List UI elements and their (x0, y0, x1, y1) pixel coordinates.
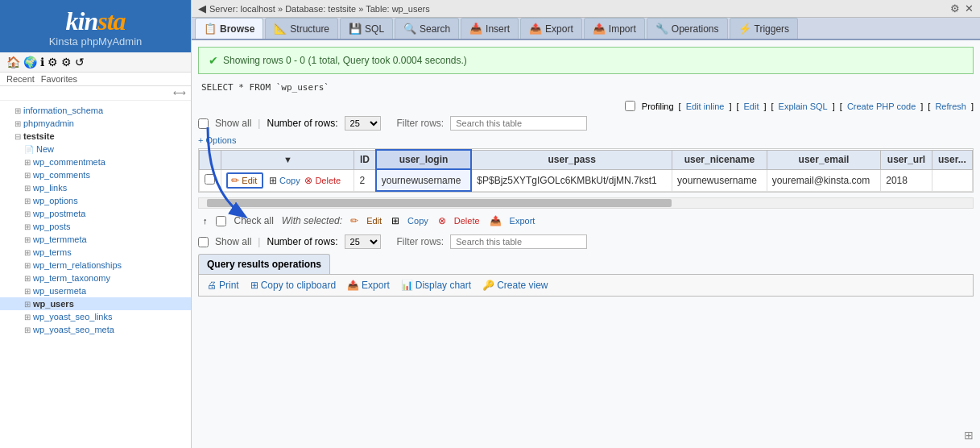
sidebar-item-information_schema[interactable]: ⊞ information_schema (0, 104, 191, 117)
rows-select-top[interactable]: 25 50 100 (345, 116, 381, 131)
recent-link[interactable]: Recent (6, 74, 35, 84)
edit-icon: ✏ (231, 175, 239, 186)
edit-link-row[interactable]: Edit (242, 176, 257, 185)
ops-print[interactable]: 🖨 Print (207, 280, 239, 291)
col-user_nicename-header[interactable]: user_nicename (672, 150, 767, 169)
logo-kinsta: kinsta (10, 8, 181, 34)
sidebar-item-wp_term_taxonomy[interactable]: ⊞ wp_term_taxonomy (0, 272, 191, 284)
sidebar-item-wp_options[interactable]: ⊞ wp_options (0, 194, 191, 207)
sidebar-item-wp_usermeta[interactable]: ⊞ wp_usermeta (0, 284, 191, 297)
sidebar-item-wp_users[interactable]: ⊞ wp_users (0, 297, 191, 310)
tab-structure[interactable]: 📐 Structure (265, 18, 338, 39)
edit-link[interactable]: Edit (744, 102, 759, 111)
gear-icon[interactable]: ⚙ (950, 2, 960, 15)
col-user_email-header[interactable]: user_email (767, 150, 881, 169)
sidebar-item-wp_terms[interactable]: ⊞ wp_terms (0, 246, 191, 259)
plus-options-link[interactable]: + Options (198, 135, 236, 145)
sidebar-item-label: New (36, 144, 54, 154)
sidebar-item-testsite[interactable]: ⊟ testsite (0, 130, 191, 143)
tab-insert[interactable]: 📥 Insert (461, 18, 519, 39)
with-selected-delete[interactable]: Delete (454, 216, 480, 226)
sidebar-item-wp_termmeta[interactable]: ⊞ wp_termmeta (0, 233, 191, 246)
db-icon: ⊞ (14, 119, 21, 128)
sidebar-item-phpmyadmin[interactable]: ⊞ phpmyadmin (0, 117, 191, 130)
ops-copy-clipboard[interactable]: ⊞ Copy to clipboard (250, 280, 336, 291)
sql-display: SELECT * FROM `wp_users` (198, 81, 974, 94)
col-user_login-header[interactable]: user_login (376, 150, 472, 169)
refresh-icon[interactable]: ↺ (75, 56, 85, 68)
with-selected-export[interactable]: Export (510, 216, 535, 226)
col-user_extra-header[interactable]: user... (932, 150, 972, 169)
tab-export[interactable]: 📤 Export (520, 18, 582, 39)
edit-action-group: ✏ Edit (226, 172, 263, 189)
ops-create-view[interactable]: 🔑 Create view (482, 280, 548, 291)
globe-icon[interactable]: 🌍 (23, 56, 37, 68)
show-all-bottom-label: Show all (215, 236, 251, 247)
show-all-bottom-checkbox[interactable] (198, 237, 209, 247)
horizontal-scrollbar[interactable] (198, 197, 974, 209)
sidebar-item-wp_yoast_seo_meta[interactable]: ⊞ wp_yoast_seo_meta (0, 323, 191, 336)
tab-sql[interactable]: 💾 SQL (340, 18, 393, 39)
col-user_pass-header[interactable]: user_pass (471, 150, 672, 169)
ops-export-label: Export (362, 280, 390, 291)
sidebar-item-wp_postmeta[interactable]: ⊞ wp_postmeta (0, 207, 191, 220)
sep4: ] (763, 102, 766, 111)
tab-import[interactable]: 📤 Import (584, 18, 645, 39)
insert-icon: 📥 (469, 23, 482, 35)
tab-operations[interactable]: 🔧 Operations (647, 18, 728, 39)
sidebar-item-new[interactable]: 📄 New (0, 143, 191, 156)
filter-label-top: Filter rows: (397, 118, 445, 129)
profiling-checkbox[interactable] (625, 101, 635, 111)
sidebar-item-wp_term_relationships[interactable]: ⊞ wp_term_relationships (0, 259, 191, 272)
nav-prev-icon[interactable]: ◀ (198, 2, 206, 15)
info-icon[interactable]: ℹ (40, 56, 44, 68)
with-selected-copy[interactable]: Copy (407, 216, 428, 226)
check-all-checkbox[interactable] (216, 216, 226, 226)
row-user_email: youremail@kinsta.com (767, 169, 881, 191)
bottom-right-icon[interactable]: ⊞ (964, 429, 974, 442)
col-id-header[interactable]: ID (354, 150, 376, 169)
tab-search-label: Search (420, 23, 450, 35)
topbar-left: ◀ Server: localhost » Database: testsite… (198, 2, 430, 15)
sql-icon: 💾 (349, 23, 362, 35)
sidebar-item-wp_yoast_seo_links[interactable]: ⊞ wp_yoast_seo_links (0, 310, 191, 323)
edit-inline-link[interactable]: Edit inline (686, 102, 725, 111)
breadcrumb: Server: localhost » Database: testsite »… (209, 4, 430, 14)
delete-link-row[interactable]: Delete (315, 176, 341, 185)
sidebar-item-wp_posts[interactable]: ⊞ wp_posts (0, 220, 191, 233)
create-php-link[interactable]: Create PHP code (847, 102, 916, 111)
import-icon: 📤 (593, 23, 606, 35)
settings-icon[interactable]: ⚙ (48, 56, 58, 68)
rows-select-bottom[interactable]: 25 50 100 (345, 234, 381, 249)
tab-browse[interactable]: 📋 Browse (195, 18, 263, 39)
search-input-top[interactable] (450, 116, 587, 131)
copy-link-row[interactable]: Copy (279, 176, 300, 185)
tab-triggers[interactable]: ⚡ Triggers (730, 18, 799, 39)
explain-sql-link[interactable]: Explain SQL (779, 102, 828, 111)
col-sort-header[interactable]: ▼ (221, 150, 354, 169)
col-user_url-header[interactable]: user_url (881, 150, 932, 169)
sidebar-tree: ⊞ information_schema ⊞ phpmyadmin ⊟ test… (0, 101, 191, 448)
row-checkbox[interactable] (200, 169, 221, 191)
expand-icon[interactable]: ⊞ (964, 429, 974, 442)
ops-export[interactable]: 📤 Export (347, 280, 390, 291)
sidebar-item-wp_commentmeta[interactable]: ⊞ wp_commentmeta (0, 156, 191, 168)
settings2-icon[interactable]: ⚙ (61, 56, 72, 68)
refresh-link[interactable]: Refresh (935, 102, 966, 111)
with-selected-edit[interactable]: Edit (366, 216, 382, 226)
sidebar-expand-icon[interactable]: ⟷ (0, 86, 191, 101)
tab-search[interactable]: 🔍 Search (395, 18, 459, 39)
close-icon[interactable]: ✕ (965, 2, 974, 15)
with-selected-label: With selected: (282, 215, 342, 226)
ops-display-chart[interactable]: 📊 Display chart (401, 280, 471, 291)
scroll-thumb[interactable] (207, 199, 672, 207)
table-icon: ⊞ (24, 300, 31, 309)
sidebar-item-wp_comments[interactable]: ⊞ wp_comments (0, 168, 191, 181)
sidebar-item-label: wp_users (33, 299, 74, 309)
favorites-link[interactable]: Favorites (41, 74, 77, 84)
show-all-top-checkbox[interactable] (198, 118, 209, 129)
search-input-bottom[interactable] (450, 234, 587, 249)
sidebar-item-wp_links[interactable]: ⊞ wp_links (0, 181, 191, 194)
home-icon[interactable]: 🏠 (6, 56, 20, 68)
sidebar-item-label: wp_termmeta (33, 234, 87, 244)
